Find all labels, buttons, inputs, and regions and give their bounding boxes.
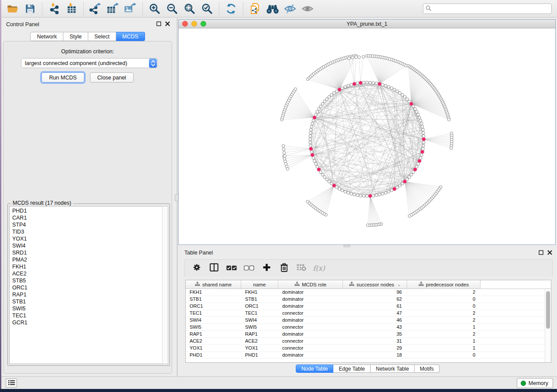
- table-cell[interactable]: dominator: [278, 289, 343, 296]
- mcds-result-item[interactable]: SRD1: [12, 249, 162, 256]
- table-cell[interactable]: 2: [407, 310, 481, 316]
- table-cell[interactable]: STB1: [241, 296, 278, 303]
- table-scrollbar-thumb[interactable]: [546, 291, 550, 329]
- mcds-result-item[interactable]: PHD1: [12, 207, 162, 214]
- add-row-button[interactable]: [261, 262, 272, 275]
- mcds-result-item[interactable]: TEC1: [12, 312, 162, 319]
- table-cell[interactable]: 2: [407, 331, 481, 337]
- table-cell[interactable]: 96: [343, 289, 407, 296]
- mcds-result-item[interactable]: SWI5: [12, 305, 162, 312]
- table-cell[interactable]: 62: [343, 296, 407, 303]
- mcds-result-item[interactable]: STB1: [12, 298, 162, 305]
- table-cell[interactable]: 0: [407, 296, 481, 303]
- table-cell[interactable]: TEC1: [241, 310, 278, 316]
- table-cell[interactable]: 35: [343, 331, 407, 337]
- network-canvas[interactable]: [179, 28, 555, 244]
- table-cell[interactable]: 47: [343, 310, 407, 316]
- table-row[interactable]: SWI4SWI4dominator462: [186, 317, 551, 324]
- column-header-MCDS-role[interactable]: MCDS role: [278, 280, 343, 289]
- table-cell[interactable]: SWI5: [241, 324, 278, 330]
- save-session-button[interactable]: [21, 1, 39, 16]
- mcds-result-item[interactable]: SWI4: [12, 242, 162, 249]
- table-row[interactable]: TEC1TEC1connector472: [186, 310, 551, 317]
- network-titlebar[interactable]: YPA_prune.txt_1: [179, 20, 555, 28]
- tab-network-table[interactable]: Network Table: [370, 364, 415, 373]
- mcds-result-item[interactable]: RAP1: [12, 291, 162, 298]
- table-cell[interactable]: 61: [343, 303, 407, 309]
- table-cell[interactable]: connector: [278, 310, 343, 316]
- table-cell[interactable]: YOX1: [186, 345, 241, 351]
- table-cell[interactable]: dominator: [278, 303, 343, 309]
- table-cell[interactable]: YOX1: [241, 345, 278, 351]
- table-row[interactable]: ORC1ORC1dominator610: [186, 303, 551, 310]
- column-header-shared-name[interactable]: shared name: [186, 280, 241, 289]
- zoom-out-button[interactable]: [163, 1, 181, 16]
- tab-node-table[interactable]: Node Table: [296, 364, 334, 373]
- delete-row-button[interactable]: [278, 262, 290, 275]
- import-table-button[interactable]: [63, 1, 80, 16]
- table-cell[interactable]: 1: [407, 338, 481, 344]
- table-cell[interactable]: SWI5: [186, 324, 241, 330]
- table-cell[interactable]: 0: [407, 352, 481, 358]
- mcds-result-item[interactable]: ORC1: [12, 284, 162, 291]
- search-input[interactable]: [423, 3, 552, 14]
- zoom-fit-button[interactable]: [181, 1, 198, 16]
- table-cell[interactable]: 2: [407, 317, 481, 323]
- mcds-result-item[interactable]: STP4: [12, 221, 162, 228]
- table-cell[interactable]: 29: [343, 345, 407, 351]
- table-cell[interactable]: connector: [278, 338, 343, 344]
- table-cell[interactable]: 46: [343, 317, 407, 323]
- run-mcds-button[interactable]: Run MCDS: [42, 72, 84, 83]
- column-header-predecessor-nodes[interactable]: predecessor nodes: [407, 280, 481, 289]
- export-table-button[interactable]: [104, 1, 122, 16]
- table-scrollbar[interactable]: [545, 289, 550, 363]
- export-image-button[interactable]: [122, 1, 139, 16]
- vertical-splitter[interactable]: [174, 18, 178, 376]
- column-chooser-button[interactable]: [208, 262, 220, 275]
- clone-network-button[interactable]: [246, 1, 264, 16]
- hide-eye-slash-button[interactable]: [281, 1, 299, 16]
- mcds-result-item[interactable]: YOX1: [12, 235, 162, 242]
- table-cell[interactable]: SWI4: [241, 317, 278, 323]
- mcds-result-item[interactable]: ACE2: [12, 270, 162, 277]
- float-panel-icon[interactable]: [156, 21, 162, 27]
- settings-gear-button[interactable]: [191, 262, 202, 275]
- export-network-button[interactable]: [87, 1, 104, 16]
- table-cell[interactable]: dominator: [278, 352, 343, 358]
- table-row[interactable]: SWI5SWI5connector431: [186, 324, 551, 331]
- mcds-result-item[interactable]: PMA2: [12, 256, 162, 263]
- table-cell[interactable]: dominator: [278, 296, 343, 303]
- mcds-result-list[interactable]: PHD1CAR1STP4TID3YOX1SWI4SRD1PMA2FKH1ACE2…: [9, 206, 162, 364]
- tab-edge-table[interactable]: Edge Table: [333, 364, 370, 373]
- table-row[interactable]: PHD1PHD1dominator180: [186, 352, 551, 359]
- table-cell[interactable]: ACE2: [186, 338, 241, 344]
- tab-network[interactable]: Network: [30, 32, 63, 41]
- task-history-button[interactable]: [6, 378, 17, 388]
- tab-style[interactable]: Style: [63, 32, 88, 41]
- mcds-result-item[interactable]: TID3: [12, 228, 162, 235]
- table-cell[interactable]: dominator: [278, 331, 343, 337]
- table-cell[interactable]: TEC1: [186, 310, 241, 316]
- table-cell[interactable]: RAP1: [241, 331, 278, 337]
- table-cell[interactable]: ORC1: [186, 303, 241, 309]
- column-header-successor-nodes[interactable]: successor nodes⌄: [343, 280, 407, 289]
- table-cell[interactable]: PHD1: [186, 352, 241, 358]
- close-table-panel-icon[interactable]: [547, 250, 553, 255]
- table-cell[interactable]: 1: [407, 345, 481, 351]
- zoom-selected-button[interactable]: [198, 1, 216, 16]
- mcds-result-item[interactable]: CAR1: [12, 214, 162, 221]
- table-cell[interactable]: ORC1: [241, 303, 278, 309]
- mcds-result-item[interactable]: GCR1: [12, 319, 162, 326]
- table-row[interactable]: ACE2ACE2connector311: [186, 338, 551, 345]
- tab-select[interactable]: Select: [88, 32, 116, 41]
- table-cell[interactable]: connector: [278, 345, 343, 351]
- column-header-name[interactable]: name: [241, 280, 278, 289]
- table-cell[interactable]: 0: [407, 303, 481, 309]
- float-table-panel-icon[interactable]: [538, 250, 544, 255]
- table-cell[interactable]: 2: [407, 289, 481, 296]
- table-cell[interactable]: ACE2: [241, 338, 278, 344]
- optimization-select[interactable]: largest connected component (undirected): [21, 58, 158, 68]
- close-panel-icon[interactable]: [165, 21, 170, 27]
- table-row[interactable]: STB1STB1dominator620: [186, 296, 551, 303]
- table-cell[interactable]: 1: [407, 324, 481, 330]
